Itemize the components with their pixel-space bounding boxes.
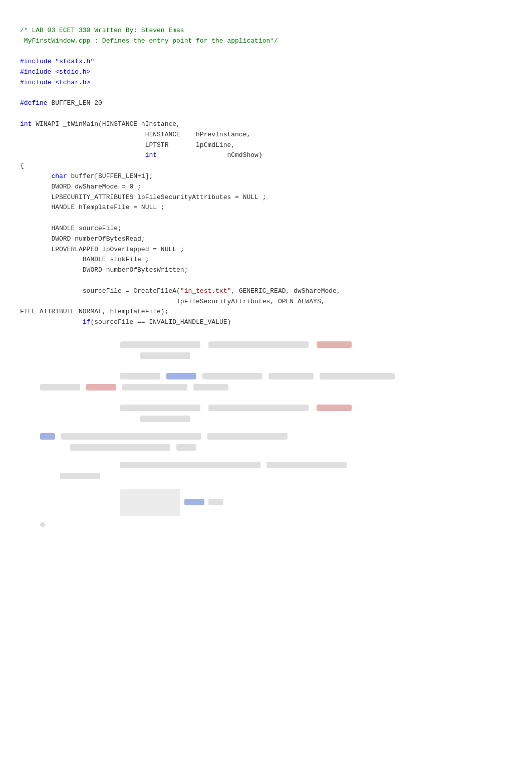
createfile-line3: FILE_ATTRIBUTE_NORMAL, hTemplateFile); [20,308,168,315]
comment-block: /* LAB 03 ECET 330 Written By: Steven Em… [20,27,278,45]
if-condition: (sourceFile == INVALID_HANDLE_VALUE) [90,318,231,326]
var-dword2: DWORD numberOfBytesRead; [20,235,145,243]
param-hinstance: HINSTANCE hPrevInstance, [20,131,250,138]
var-sinkfile: HANDLE sinkFile ; [20,256,149,263]
keyword-int: int [20,120,32,128]
var-dword1: DWORD dwShareMode = 0 ; [20,183,141,190]
blurred-row-11 [20,489,512,519]
blank-line2: sourceFile = CreateFileA( [20,287,180,295]
blurred-row-2 [20,351,512,360]
keyword-if: if [83,318,91,326]
var-buffer: buffer[BUFFER_LEN+1]; [67,172,153,180]
string-filename: "in_test.txt" [180,287,231,295]
blurred-row-10 [20,471,512,481]
blurred-row-8 [20,443,512,452]
createfile-args: , GENERIC_READ, dwShareMode, [231,287,340,295]
createfile-line2: lpFileSecurityAttributes, OPEN_ALWAYS, [20,298,325,305]
brace-open: { [20,162,24,169]
blurred-code-section [20,340,512,530]
include-stdafx: #include "stdafx.h" [20,58,94,65]
param-int-indent [20,151,145,159]
blurred-row-4 [20,382,512,392]
param-lptstr: LPTSTR lpCmdLine, [20,141,235,149]
code-editor: /* LAB 03 ECET 330 Written By: Steven Em… [0,0,532,546]
blurred-row-5 [20,403,512,413]
define-value: BUFFER_LEN 20 [48,99,102,107]
blurred-row-1 [20,340,512,349]
code-content: /* LAB 03 ECET 330 Written By: Steven Em… [20,15,512,338]
include-stdio: #include <stdio.h> [20,68,90,76]
blurred-row-3 [20,371,512,381]
blurred-row-12 [20,520,512,530]
blank-line1: HANDLE sourceFile; [20,225,122,232]
keyword-char: char [51,172,67,180]
if-sourcefile [20,318,83,326]
blurred-row-9 [20,460,512,470]
blurred-row-7 [20,432,512,441]
winapi-line: WINAPI _tWinMain(HINSTANCE hInstance, [32,120,180,128]
var-handle-template: HANDLE hTemplateFile = NULL ; [20,204,165,211]
var-char [20,172,51,180]
param-ncmdshow: nCmdShow) [157,151,262,159]
keyword-int2: int [145,151,157,159]
var-dword3: DWORD numberOfBytesWritten; [20,266,188,274]
var-lpsecurity: LPSECURITY_ATTRIBUTES lpFileSecurityAttr… [20,193,266,201]
include-tchar: #include <tchar.h> [20,79,90,86]
var-lpoverlapped: LPOVERLAPPED lpOverlapped = NULL ; [20,246,184,253]
define-buffer: #define [20,99,48,107]
blurred-row-6 [20,414,512,424]
